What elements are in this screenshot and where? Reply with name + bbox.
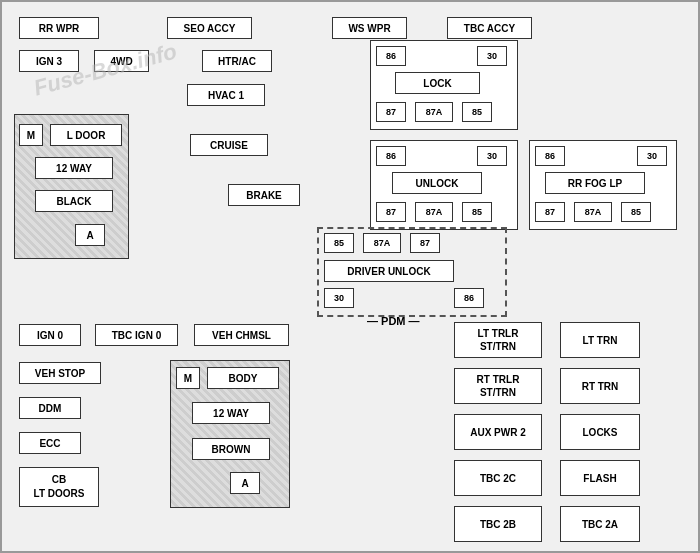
unlock-pin86: 86: [376, 146, 406, 166]
body-fuse: BODY: [207, 367, 279, 389]
rt-trn-fuse: RT TRN: [560, 368, 640, 404]
fog-pin86: 86: [535, 146, 565, 166]
lt-trlr-fuse: LT TRLRST/TRN: [454, 322, 542, 358]
black-fuse: BLACK: [35, 190, 113, 212]
unlock-pin30: 30: [477, 146, 507, 166]
pdm-pin85: 85: [324, 233, 354, 253]
ign0-fuse: IGN 0: [19, 324, 81, 346]
fog-pin87a: 87A: [574, 202, 612, 222]
tbc2b-fuse: TBC 2B: [454, 506, 542, 542]
pdm-text-label: — PDM —: [367, 315, 420, 327]
tbc-ign0-fuse: TBC IGN 0: [95, 324, 178, 346]
fwd-fuse: 4WD: [94, 50, 149, 72]
lock-label: LOCK: [395, 72, 480, 94]
lock-pin86: 86: [376, 46, 406, 66]
pdm-pin86: 86: [454, 288, 484, 308]
fog-pin87: 87: [535, 202, 565, 222]
rr-fog-label: RR FOG LP: [545, 172, 645, 194]
veh-chmsl-fuse: VEH CHMSL: [194, 324, 289, 346]
main-diagram: Fuse-Box.info RR WPR SEO ACCY WS WPR TBC…: [0, 0, 700, 553]
brown-fuse: BROWN: [192, 438, 270, 460]
lock-pin87a: 87A: [415, 102, 453, 122]
htr-ac-fuse: HTR/AC: [202, 50, 272, 72]
fog-pin30: 30: [637, 146, 667, 166]
ecc-fuse: ECC: [19, 432, 81, 454]
unlock-label: UNLOCK: [392, 172, 482, 194]
flash-fuse: FLASH: [560, 460, 640, 496]
a-left-fuse: A: [75, 224, 105, 246]
bottom-m-label: M: [176, 367, 200, 389]
left-m-label: M: [19, 124, 43, 146]
lock-pin85: 85: [462, 102, 492, 122]
cb-lt-doors-fuse: CBLT DOORS: [19, 467, 99, 507]
l-door-fuse: L DOOR: [50, 124, 122, 146]
fog-pin85: 85: [621, 202, 651, 222]
a-bottom-fuse: A: [230, 472, 260, 494]
ddm-fuse: DDM: [19, 397, 81, 419]
rt-trlr-fuse: RT TRLRST/TRN: [454, 368, 542, 404]
aux-pwr2-fuse: AUX PWR 2: [454, 414, 542, 450]
ign3-fuse: IGN 3: [19, 50, 79, 72]
rr-wpr-fuse: RR WPR: [19, 17, 99, 39]
lt-trn-fuse: LT TRN: [560, 322, 640, 358]
way12-left-fuse: 12 WAY: [35, 157, 113, 179]
seo-accy-fuse: SEO ACCY: [167, 17, 252, 39]
driver-unlock-label: DRIVER UNLOCK: [324, 260, 454, 282]
tbc2c-fuse: TBC 2C: [454, 460, 542, 496]
pdm-pin30: 30: [324, 288, 354, 308]
ws-wpr-fuse: WS WPR: [332, 17, 407, 39]
cruise-fuse: CRUISE: [190, 134, 268, 156]
unlock-pin85: 85: [462, 202, 492, 222]
tbc2a-fuse: TBC 2A: [560, 506, 640, 542]
pdm-pin87a: 87A: [363, 233, 401, 253]
unlock-pin87: 87: [376, 202, 406, 222]
way12-bottom-fuse: 12 WAY: [192, 402, 270, 424]
lock-pin30: 30: [477, 46, 507, 66]
unlock-pin87a: 87A: [415, 202, 453, 222]
brake-fuse: BRAKE: [228, 184, 300, 206]
lock-pin87: 87: [376, 102, 406, 122]
veh-stop-fuse: VEH STOP: [19, 362, 101, 384]
hvac1-fuse: HVAC 1: [187, 84, 265, 106]
tbc-accy-fuse: TBC ACCY: [447, 17, 532, 39]
pdm-pin87: 87: [410, 233, 440, 253]
locks-fuse: LOCKS: [560, 414, 640, 450]
